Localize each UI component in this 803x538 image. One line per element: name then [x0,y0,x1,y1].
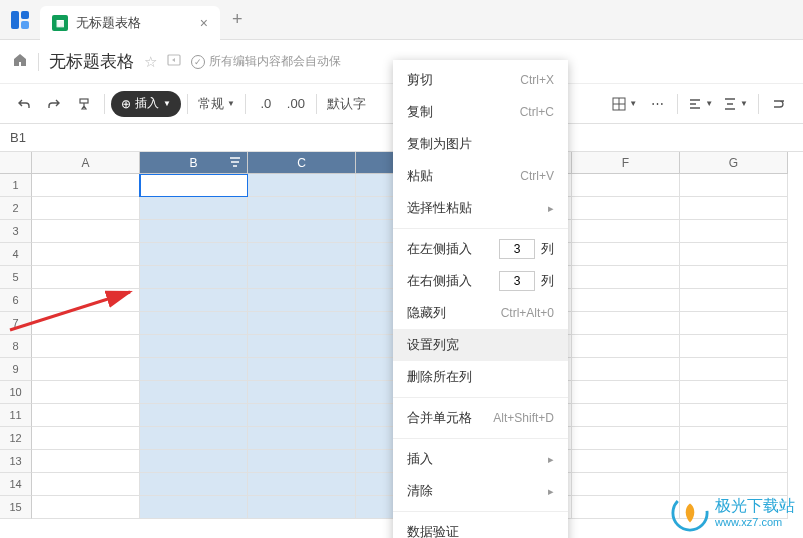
document-title[interactable]: 无标题表格 [49,50,134,73]
cell[interactable] [572,243,680,266]
cell[interactable] [248,335,356,358]
cell[interactable] [680,404,788,427]
cell[interactable] [248,404,356,427]
cell[interactable] [140,335,248,358]
cell[interactable] [248,266,356,289]
cm-data-validation[interactable]: 数据验证 [393,516,568,538]
cm-clear-submenu[interactable]: 清除 ▸ [393,475,568,507]
cell[interactable] [248,496,356,519]
borders-button[interactable]: ▼ [608,90,641,118]
cell[interactable] [32,404,140,427]
new-tab-button[interactable]: + [232,9,243,30]
cm-merge-cells[interactable]: 合并单元格 Alt+Shift+D [393,402,568,434]
cell[interactable] [680,335,788,358]
cell[interactable] [32,358,140,381]
cell[interactable] [32,450,140,473]
cell[interactable] [680,220,788,243]
cell[interactable] [140,381,248,404]
close-icon[interactable]: × [200,15,208,31]
cell[interactable] [680,197,788,220]
wrap-button[interactable] [765,90,793,118]
cell[interactable] [572,404,680,427]
cell[interactable] [572,473,680,496]
cm-set-column-width[interactable]: 设置列宽 [393,329,568,361]
cell[interactable] [680,243,788,266]
cell[interactable] [680,174,788,197]
row-header[interactable]: 2 [0,197,32,220]
cell[interactable] [140,427,248,450]
cm-hide-column[interactable]: 隐藏列 Ctrl+Alt+0 [393,297,568,329]
cell[interactable] [248,427,356,450]
cell[interactable] [248,312,356,335]
row-header[interactable]: 14 [0,473,32,496]
row-header[interactable]: 4 [0,243,32,266]
cell[interactable] [680,266,788,289]
row-header[interactable]: 12 [0,427,32,450]
cell[interactable] [248,358,356,381]
cell[interactable] [572,427,680,450]
column-header[interactable]: F [572,152,680,174]
cell[interactable] [32,496,140,519]
cm-paste[interactable]: 粘贴 Ctrl+V [393,160,568,192]
column-header[interactable]: A [32,152,140,174]
row-header[interactable]: 6 [0,289,32,312]
cell[interactable] [248,473,356,496]
cell[interactable] [248,243,356,266]
font-dropdown[interactable]: 默认字 [323,90,370,118]
insert-right-count-input[interactable] [499,271,535,291]
cell[interactable] [680,312,788,335]
cell[interactable] [140,473,248,496]
decrease-decimal-button[interactable]: .0 [252,90,280,118]
cell[interactable] [32,174,140,197]
cell[interactable] [680,427,788,450]
row-header[interactable]: 1 [0,174,32,197]
cell[interactable] [140,404,248,427]
cell[interactable] [680,289,788,312]
cell[interactable] [140,450,248,473]
row-header[interactable]: 9 [0,358,32,381]
row-header[interactable]: 5 [0,266,32,289]
cell[interactable] [572,450,680,473]
halign-button[interactable]: ▼ [684,90,717,118]
select-all-corner[interactable] [0,152,32,174]
cell[interactable] [140,358,248,381]
cell[interactable] [248,289,356,312]
cell[interactable] [572,289,680,312]
cm-paste-special[interactable]: 选择性粘贴 ▸ [393,192,568,224]
cm-insert-right[interactable]: 在右侧插入 列 [393,265,568,297]
row-header[interactable]: 11 [0,404,32,427]
row-header[interactable]: 7 [0,312,32,335]
cell[interactable] [140,312,248,335]
cell[interactable] [32,197,140,220]
cell[interactable] [248,381,356,404]
cell[interactable] [680,381,788,404]
cell[interactable] [572,220,680,243]
cm-copy[interactable]: 复制 Ctrl+C [393,96,568,128]
cell[interactable] [572,335,680,358]
cm-copy-as-image[interactable]: 复制为图片 [393,128,568,160]
column-header[interactable]: C [248,152,356,174]
cell[interactable] [680,358,788,381]
cell[interactable] [572,197,680,220]
column-menu-icon[interactable] [229,156,241,170]
cell[interactable] [140,220,248,243]
cell[interactable] [140,243,248,266]
cell[interactable] [140,496,248,519]
row-header[interactable]: 8 [0,335,32,358]
cell[interactable] [140,174,248,197]
star-icon[interactable]: ☆ [144,53,157,71]
cm-cut[interactable]: 剪切 Ctrl+X [393,64,568,96]
valign-button[interactable]: ▼ [719,90,752,118]
cell[interactable] [140,197,248,220]
insert-button[interactable]: ⊕ 插入 ▼ [111,91,181,117]
home-icon[interactable] [12,52,28,72]
row-header[interactable]: 15 [0,496,32,519]
share-arrow-icon[interactable] [167,54,181,69]
row-header[interactable]: 13 [0,450,32,473]
cell[interactable] [572,381,680,404]
cm-insert-submenu[interactable]: 插入 ▸ [393,443,568,475]
cell[interactable] [32,289,140,312]
cell[interactable] [572,312,680,335]
cell[interactable] [680,473,788,496]
more-button[interactable]: ⋯ [643,90,671,118]
